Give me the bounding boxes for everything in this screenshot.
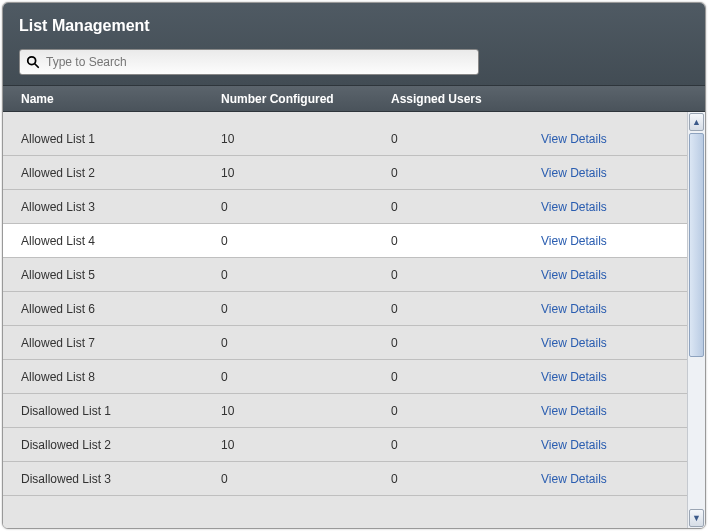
table-row[interactable]: Disallowed List 300View Details	[3, 462, 687, 496]
table-row[interactable]: Allowed List 1100View Details	[3, 122, 687, 156]
cell-number-configured: 10	[221, 404, 391, 418]
table-row[interactable]: Allowed List 400View Details	[3, 224, 687, 258]
scroll-up-button[interactable]: ▲	[689, 113, 704, 131]
cell-name: Allowed List 2	[21, 166, 221, 180]
table-row[interactable]: Disallowed List 1100View Details	[3, 394, 687, 428]
scroll-thumb[interactable]	[689, 133, 704, 357]
view-details-link[interactable]: View Details	[541, 302, 607, 316]
cell-assigned-users: 0	[391, 132, 541, 146]
search-box[interactable]	[19, 49, 479, 75]
cell-assigned-users: 0	[391, 234, 541, 248]
search-icon	[26, 55, 40, 69]
cell-assigned-users: 0	[391, 200, 541, 214]
table-row[interactable]: Allowed List 700View Details	[3, 326, 687, 360]
page-title: List Management	[19, 17, 689, 35]
cell-name: Disallowed List 2	[21, 438, 221, 452]
view-details-link[interactable]: View Details	[541, 166, 607, 180]
cell-name: Disallowed List 1	[21, 404, 221, 418]
cell-name: Disallowed List 3	[21, 472, 221, 486]
cell-assigned-users: 0	[391, 268, 541, 282]
scroll-down-button[interactable]: ▼	[689, 509, 704, 527]
cell-number-configured: 10	[221, 132, 391, 146]
col-header-assigned-users[interactable]: Assigned Users	[391, 92, 541, 106]
cell-number-configured: 10	[221, 438, 391, 452]
view-details-link[interactable]: View Details	[541, 370, 607, 384]
table-row[interactable]: Disallowed List 2100View Details	[3, 428, 687, 462]
col-header-name[interactable]: Name	[21, 92, 221, 106]
view-details-link[interactable]: View Details	[541, 438, 607, 452]
svg-line-1	[35, 64, 39, 68]
view-details-link[interactable]: View Details	[541, 200, 607, 214]
cell-number-configured: 0	[221, 336, 391, 350]
cell-number-configured: 0	[221, 302, 391, 316]
table-row[interactable]: Allowed List 500View Details	[3, 258, 687, 292]
table-row[interactable]: Allowed List 300View Details	[3, 190, 687, 224]
cell-number-configured: 0	[221, 200, 391, 214]
search-input[interactable]	[40, 55, 472, 69]
cell-assigned-users: 0	[391, 370, 541, 384]
cell-number-configured: 0	[221, 268, 391, 282]
scrollbar[interactable]: ▲ ▼	[687, 112, 705, 528]
cell-name: Allowed List 6	[21, 302, 221, 316]
cell-assigned-users: 0	[391, 302, 541, 316]
view-details-link[interactable]: View Details	[541, 336, 607, 350]
table-row[interactable]: Allowed List 800View Details	[3, 360, 687, 394]
cell-number-configured: 0	[221, 370, 391, 384]
view-details-link[interactable]: View Details	[541, 132, 607, 146]
view-details-link[interactable]: View Details	[541, 268, 607, 282]
view-details-link[interactable]: View Details	[541, 472, 607, 486]
cell-name: Allowed List 5	[21, 268, 221, 282]
view-details-link[interactable]: View Details	[541, 404, 607, 418]
cell-name: Allowed List 7	[21, 336, 221, 350]
cell-name: Allowed List 1	[21, 132, 221, 146]
cell-number-configured: 10	[221, 166, 391, 180]
cell-assigned-users: 0	[391, 166, 541, 180]
panel-header: List Management	[3, 3, 705, 86]
cell-name: Allowed List 8	[21, 370, 221, 384]
table-body-area: Allowed List 1100View DetailsAllowed Lis…	[3, 112, 705, 528]
cell-assigned-users: 0	[391, 404, 541, 418]
cell-name: Allowed List 4	[21, 234, 221, 248]
cell-assigned-users: 0	[391, 438, 541, 452]
col-header-number-configured[interactable]: Number Configured	[221, 92, 391, 106]
cell-assigned-users: 0	[391, 336, 541, 350]
view-details-link[interactable]: View Details	[541, 234, 607, 248]
cell-name: Allowed List 3	[21, 200, 221, 214]
cell-number-configured: 0	[221, 234, 391, 248]
cell-number-configured: 0	[221, 472, 391, 486]
table-rows: Allowed List 1100View DetailsAllowed Lis…	[3, 112, 687, 528]
table-row[interactable]: Allowed List 600View Details	[3, 292, 687, 326]
table-header: Name Number Configured Assigned Users	[3, 86, 705, 112]
list-management-panel: List Management Name Number Configured A…	[2, 2, 706, 529]
table-row[interactable]: Allowed List 2100View Details	[3, 156, 687, 190]
cell-assigned-users: 0	[391, 472, 541, 486]
scroll-track[interactable]	[689, 133, 704, 507]
